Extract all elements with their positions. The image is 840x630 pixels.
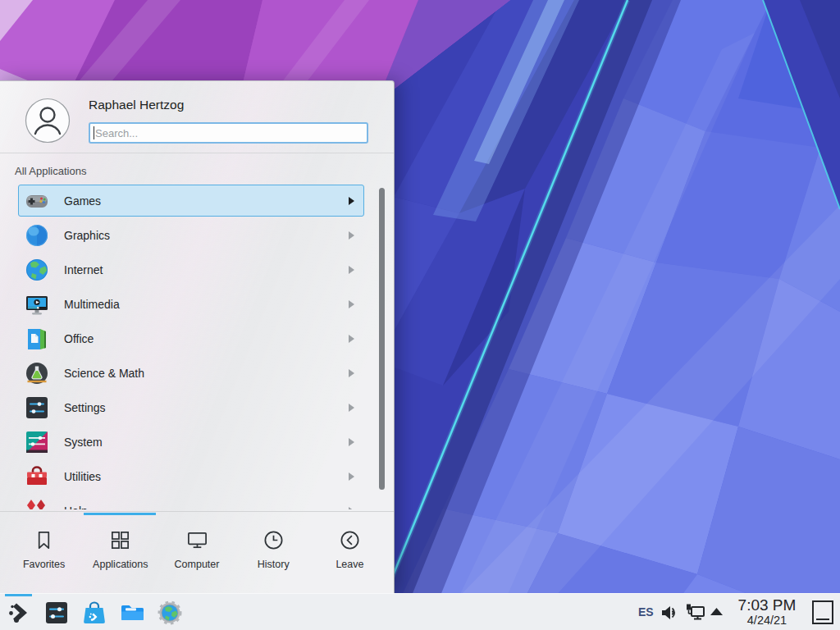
computer-icon [186,529,208,551]
system-settings-icon[interactable] [43,600,70,626]
clock-time: 7:03 PM [733,596,801,614]
show-desktop-button[interactable] [812,600,833,624]
category-row-help[interactable]: Help [0,494,395,509]
history-clock-icon [262,529,285,551]
multimedia-monitor-icon [24,291,50,317]
tab-favorites[interactable]: Favorites [6,519,82,591]
internet-globe-icon [24,257,50,283]
active-tab-indicator [84,513,156,515]
keyboard-layout-indicator[interactable]: ES [638,605,654,619]
chevron-right-icon [349,197,354,205]
category-row-games[interactable]: Games [0,184,395,218]
clock-date: 4/24/21 [733,614,801,628]
desktop-line [816,619,829,620]
chevron-right-icon [349,231,354,240]
category-row-office[interactable]: Office [0,322,395,356]
category-row-system[interactable]: System [0,425,395,459]
tab-label: Favorites [23,559,65,570]
tab-leave[interactable]: Leave [312,519,388,591]
category-row-utilities[interactable]: Utilities [0,459,395,494]
taskbar-panel: ES 7:03 PM 4/24/21 [0,593,840,630]
utilities-toolbox-icon [24,463,50,490]
category-list: Games Graphics Internet [0,184,395,509]
bookmark-icon [33,529,55,551]
office-document-icon [24,326,50,352]
category-label: Settings [64,401,106,414]
tab-label: History [258,559,290,570]
settings-sliders-icon [24,395,50,421]
section-label: All Applications [15,165,86,177]
chevron-right-icon [349,300,354,308]
chevron-right-icon [349,335,354,343]
category-row-science-math[interactable]: Science & Math [0,356,395,390]
network-icon[interactable] [685,603,706,623]
chevron-right-icon [349,266,354,274]
category-label: System [64,436,103,449]
clock-widget[interactable]: 7:03 PM 4/24/21 [733,596,801,628]
leave-icon [339,529,361,551]
category-label: Science & Math [64,367,144,380]
chevron-right-icon [349,507,354,509]
chevron-right-icon [349,472,354,481]
text-caret [94,126,94,139]
discover-store-icon[interactable] [81,600,107,626]
chevron-right-icon [349,404,354,412]
category-label: Office [64,332,94,345]
category-label: Multimedia [64,298,120,311]
tab-computer[interactable]: Computer [158,519,235,591]
launcher-tab-bar: Favorites Applications Comp [6,519,388,591]
category-label: Help [64,504,88,509]
gamepad-icon [24,188,50,214]
category-label: Games [64,194,101,208]
search-input[interactable] [89,122,368,144]
volume-icon[interactable] [660,605,678,621]
tab-applications[interactable]: Applications [82,519,158,591]
expand-tray-caret-icon[interactable] [710,608,723,615]
tab-history[interactable]: History [235,519,312,591]
category-row-internet[interactable]: Internet [0,253,395,287]
category-label: Graphics [64,229,110,242]
graphics-sphere-icon [24,222,50,249]
launcher-active-indicator [5,594,32,596]
system-icon [24,429,50,455]
application-launcher-menu: Raphael Hertzog All Applications Games [0,80,395,593]
user-avatar-icon[interactable] [25,98,71,144]
category-row-multimedia[interactable]: Multimedia [0,287,395,322]
kde-launcher-icon[interactable] [6,600,32,626]
help-icon [24,498,50,509]
category-row-settings[interactable]: Settings [0,390,395,425]
tab-label: Leave [336,559,363,570]
category-label: Utilities [64,470,101,483]
user-name: Raphael Hertzog [89,98,184,112]
tab-label: Applications [93,559,148,570]
tabbar-separator [0,511,394,512]
chevron-right-icon [349,369,354,377]
category-row-graphics[interactable]: Graphics [0,218,395,253]
file-manager-folder-icon[interactable] [119,600,145,626]
chevron-right-icon [349,438,354,446]
web-browser-globe-icon[interactable] [157,600,183,626]
category-label: Internet [64,263,103,276]
list-scrollbar[interactable] [379,188,385,490]
launcher-header: Raphael Hertzog [0,81,394,153]
tab-label: Computer [175,559,220,570]
app-grid-icon [109,529,131,551]
science-flask-icon [24,360,50,386]
